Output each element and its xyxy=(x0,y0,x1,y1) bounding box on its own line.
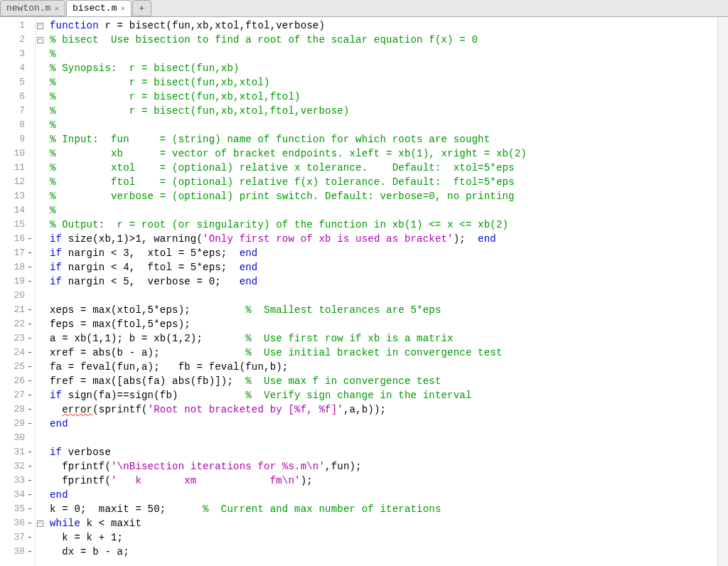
code-line[interactable]: % xb = vector of bracket endpoints. xlef… xyxy=(50,146,717,161)
line-number: 3 xyxy=(8,47,25,61)
code-line[interactable]: xeps = max(xtol,5*eps); % Smallest toler… xyxy=(50,303,717,317)
gutter-row[interactable]: 14 xyxy=(0,203,35,218)
line-number: 15 xyxy=(8,218,25,232)
code-line[interactable]: % ftol = (optional) relative f(x) tolera… xyxy=(50,175,717,189)
gutter-row[interactable]: 38- xyxy=(0,545,35,559)
gutter-row[interactable]: 9 xyxy=(0,132,35,146)
fold-row[interactable]: − xyxy=(36,516,44,530)
gutter-row[interactable]: 32- xyxy=(0,459,35,474)
gutter-row[interactable]: 27- xyxy=(0,388,35,402)
gutter-row[interactable]: 34- xyxy=(0,488,35,502)
gutter-row[interactable]: 4 xyxy=(0,61,35,75)
gutter-row[interactable]: 36- xyxy=(0,516,35,530)
gutter-row[interactable]: 31- xyxy=(0,445,35,459)
gutter-row[interactable]: 16- xyxy=(0,232,35,246)
code-line[interactable] xyxy=(50,289,717,303)
gutter-row[interactable]: 1 xyxy=(0,18,35,33)
code-line[interactable]: % verbose = (optional) print switch. Def… xyxy=(50,189,717,203)
breakpoint-dash: - xyxy=(27,260,33,274)
breakpoint-dash: - xyxy=(27,317,33,331)
fold-row xyxy=(36,246,44,260)
code-line[interactable]: % Output: r = root (or singularity) of t… xyxy=(50,218,717,232)
gutter-row[interactable]: 8 xyxy=(0,118,35,132)
fold-minus-icon[interactable]: − xyxy=(37,520,43,527)
fold-minus-icon[interactable]: − xyxy=(37,37,43,43)
code-line[interactable]: while k < maxit xyxy=(50,516,717,530)
gutter-row[interactable]: 10 xyxy=(0,146,35,161)
gutter-row[interactable]: 28- xyxy=(0,402,35,417)
code-line[interactable]: fref = max([abs(fa) abs(fb)]); % Use max… xyxy=(50,374,717,388)
code-line[interactable]: % xyxy=(50,118,717,132)
gutter-row[interactable]: 22- xyxy=(0,317,35,331)
code-line[interactable]: if nargin < 5, verbose = 0; end xyxy=(50,274,717,289)
code-line[interactable]: % r = bisect(fun,xb,xtol) xyxy=(50,75,717,90)
code-line[interactable]: % xyxy=(50,47,717,61)
code-line[interactable]: % r = bisect(fun,xb,xtol,ftol,verbose) xyxy=(50,104,717,118)
gutter-row[interactable]: 15 xyxy=(0,218,35,232)
code-line[interactable]: % Synopsis: r = bisect(fun,xb) xyxy=(50,61,717,75)
gutter-row[interactable]: 29- xyxy=(0,417,35,431)
gutter-row[interactable]: 6 xyxy=(0,90,35,104)
code-line[interactable]: function r = bisect(fun,xb,xtol,ftol,ver… xyxy=(50,18,717,33)
gutter-row[interactable]: 3 xyxy=(0,47,35,61)
gutter-row[interactable]: 5 xyxy=(0,75,35,90)
gutter-row[interactable]: 25- xyxy=(0,360,35,374)
gutter-row[interactable]: 20 xyxy=(0,289,35,303)
gutter-row[interactable]: 24- xyxy=(0,346,35,360)
code-line[interactable]: a = xb(1,1); b = xb(1,2); % Use first ro… xyxy=(50,331,717,346)
gutter-row[interactable]: 35- xyxy=(0,502,35,516)
code-line[interactable]: end xyxy=(50,417,717,431)
code-line[interactable] xyxy=(50,431,717,445)
line-number: 16 xyxy=(8,232,25,246)
vertical-scrollbar[interactable] xyxy=(717,17,728,566)
code-line[interactable]: if nargin < 3, xtol = 5*eps; end xyxy=(50,246,717,260)
code-line[interactable]: % Input: fun = (string) name of function… xyxy=(50,132,717,146)
code-line[interactable]: % xtol = (optional) relative x tolerance… xyxy=(50,161,717,175)
code-line[interactable]: if verbose xyxy=(50,445,717,459)
tab-newton[interactable]: newton.m ✕ xyxy=(0,0,65,16)
code-line[interactable]: k = k + 1; xyxy=(50,530,717,545)
gutter-row[interactable]: 13 xyxy=(0,189,35,203)
gutter-row[interactable]: 37- xyxy=(0,530,35,545)
fold-row[interactable]: − xyxy=(36,18,44,33)
gutter-row[interactable]: 23- xyxy=(0,331,35,346)
fold-row xyxy=(36,360,44,374)
fold-minus-icon[interactable]: − xyxy=(37,23,43,29)
gutter-row[interactable]: 17- xyxy=(0,246,35,260)
fold-row[interactable]: − xyxy=(36,33,44,47)
tab-bisect[interactable]: bisect.m ✕ xyxy=(66,0,132,16)
code-line[interactable]: if nargin < 4, ftol = 5*eps; end xyxy=(50,260,717,274)
code-line[interactable]: fprintf(' k xm fm\n'); xyxy=(50,474,717,488)
gutter-row[interactable]: 26- xyxy=(0,374,35,388)
gutter-row[interactable]: 11 xyxy=(0,161,35,175)
gutter-row[interactable]: 12 xyxy=(0,175,35,189)
gutter-row[interactable]: 7 xyxy=(0,104,35,118)
gutter-row[interactable]: 33- xyxy=(0,474,35,488)
gutter-row[interactable]: 19- xyxy=(0,274,35,289)
code-line[interactable]: dx = b - a; xyxy=(50,545,717,559)
breakpoint-dash: - xyxy=(27,402,33,417)
gutter-row[interactable]: 21- xyxy=(0,303,35,317)
gutter-row[interactable]: 30 xyxy=(0,431,35,445)
breakpoint-dash: - xyxy=(27,331,33,346)
code-line[interactable]: xref = abs(b - a); % Use initial bracket… xyxy=(50,346,717,360)
add-tab-button[interactable]: + xyxy=(132,0,151,16)
line-number: 21 xyxy=(8,303,25,317)
close-icon[interactable]: ✕ xyxy=(120,4,125,13)
code-line[interactable]: fprintf('\nBisection iterations for %s.m… xyxy=(50,459,717,474)
code-line[interactable]: k = 0; maxit = 50; % Current and max num… xyxy=(50,502,717,516)
code-line[interactable]: % bisect Use bisection to find a root of… xyxy=(50,33,717,47)
code-line[interactable]: % r = bisect(fun,xb,xtol,ftol) xyxy=(50,90,717,104)
gutter-row[interactable]: 2 xyxy=(0,33,35,47)
code-area[interactable]: function r = bisect(fun,xb,xtol,ftol,ver… xyxy=(44,17,717,566)
close-icon[interactable]: ✕ xyxy=(54,4,59,13)
code-line[interactable]: % xyxy=(50,203,717,218)
gutter-row[interactable]: 18- xyxy=(0,260,35,274)
code-line[interactable]: error(sprintf('Root not bracketed by [%f… xyxy=(50,402,717,417)
code-line[interactable]: if sign(fa)==sign(fb) % Verify sign chan… xyxy=(50,388,717,402)
code-line[interactable]: fa = feval(fun,a); fb = feval(fun,b); xyxy=(50,360,717,374)
code-line[interactable]: if size(xb,1)>1, warning('Only first row… xyxy=(50,232,717,246)
editor-area: 12345678910111213141516-17-18-19-2021-22… xyxy=(0,17,728,566)
code-line[interactable]: feps = max(ftol,5*eps); xyxy=(50,317,717,331)
code-line[interactable]: end xyxy=(50,488,717,502)
